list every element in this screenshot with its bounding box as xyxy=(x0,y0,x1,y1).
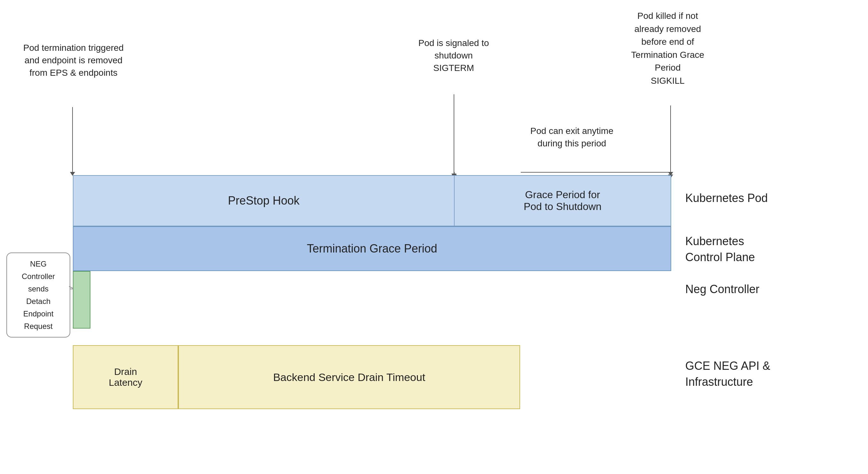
backend-drain-bar: Backend Service Drain Timeout xyxy=(178,345,520,409)
trigger-vline xyxy=(72,107,73,173)
neg-controller-bar xyxy=(73,271,90,329)
diagram: Pod killed if not already removed before… xyxy=(0,0,868,474)
sigterm-vline xyxy=(454,94,454,174)
pod-exit-vline-right xyxy=(670,172,671,175)
row-k8s-pod: Kubernetes Pod xyxy=(685,190,813,206)
bubble-line1 xyxy=(70,289,73,289)
row-k8s-control: Kubernetes Control Plane xyxy=(685,233,813,266)
sigterm-annotation: Pod is signaled to shutdown SIGTERM xyxy=(406,37,502,75)
row-gce-neg: GCE NEG API & Infrastructure xyxy=(685,358,823,390)
backend-drain-label: Backend Service Drain Timeout xyxy=(273,371,425,384)
grace-shutdown-bar: Grace Period for Pod to Shutdown xyxy=(454,175,671,226)
prestop-bar: PreStop Hook xyxy=(73,175,454,226)
termination-grace-bar: Termination Grace Period xyxy=(73,226,671,271)
pod-exit-annotation: Pod can exit anytime during this period xyxy=(511,125,632,150)
termination-grace-label: Termination Grace Period xyxy=(307,242,437,256)
sigkill-annotation: Pod killed if not already removed before… xyxy=(607,9,728,88)
drain-latency-label: Drain Latency xyxy=(108,366,142,388)
neg-speech-bubble: NEG Controller sends Detach Endpoint Req… xyxy=(6,253,70,337)
pod-exit-vline-left xyxy=(454,172,455,175)
prestop-label: PreStop Hook xyxy=(228,194,299,207)
trigger-annotation: Pod termination triggered and endpoint i… xyxy=(13,41,134,79)
pod-exit-hline xyxy=(521,172,671,173)
grace-shutdown-label: Grace Period for Pod to Shutdown xyxy=(524,189,601,212)
row-neg-controller: Neg Controller xyxy=(685,281,813,297)
drain-latency-bar: Drain Latency xyxy=(73,345,178,409)
sigkill-vline xyxy=(670,106,671,173)
